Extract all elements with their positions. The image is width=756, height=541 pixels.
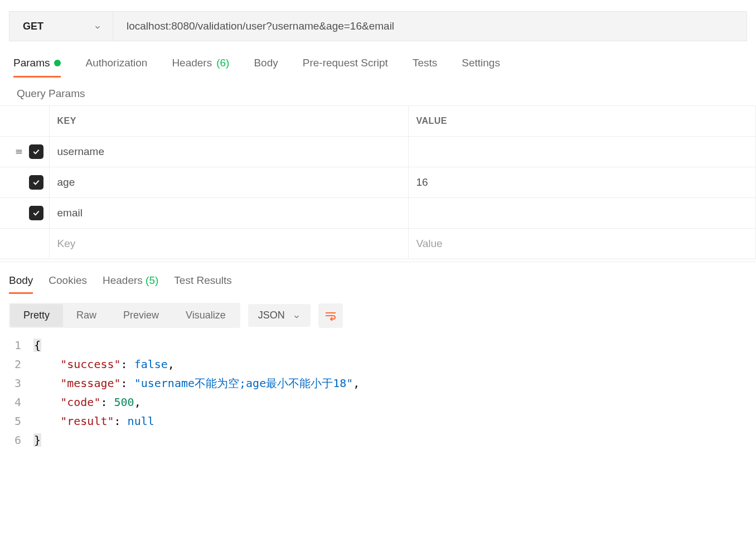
tab-body[interactable]: Body (254, 57, 278, 78)
response-format-select[interactable]: JSON (248, 304, 311, 327)
view-visualize[interactable]: Visualize (172, 304, 239, 327)
response-tabs: Body Cookies Headers (5) Test Results (0, 262, 756, 294)
json-brace: } (33, 433, 41, 447)
response-toolbar: Pretty Raw Preview Visualize JSON (0, 294, 756, 332)
wrap-icon (324, 309, 337, 322)
resp-headers-count: (5) (146, 274, 158, 286)
col-value-header: VALUE (408, 106, 756, 137)
http-method-label: GET (23, 21, 43, 32)
request-url-input[interactable] (113, 12, 747, 41)
tab-prerequest[interactable]: Pre-request Script (303, 57, 388, 78)
param-value-input[interactable] (416, 238, 748, 250)
wrap-lines-button[interactable] (318, 303, 343, 328)
json-key: "success" (60, 358, 120, 371)
resp-headers-label: Headers (103, 274, 143, 286)
json-bool: false (134, 358, 168, 371)
view-mode-group: Pretty Raw Preview Visualize (9, 303, 240, 328)
param-value-input[interactable] (416, 207, 748, 219)
line-number: 6 (9, 431, 33, 450)
http-method-select[interactable]: GET (9, 12, 113, 41)
table-row (0, 198, 756, 229)
col-handle (0, 106, 49, 137)
view-pretty[interactable]: Pretty (10, 304, 63, 327)
format-label: JSON (258, 310, 285, 321)
table-row (0, 137, 756, 167)
json-key: "result" (60, 414, 114, 428)
resp-tab-body[interactable]: Body (9, 274, 33, 294)
row-enable-checkbox[interactable] (29, 144, 43, 159)
line-number: 4 (9, 393, 33, 412)
resp-tab-testresults[interactable]: Test Results (174, 274, 231, 294)
param-key-input[interactable] (57, 176, 400, 189)
line-number: 3 (9, 374, 33, 393)
chevron-down-icon (94, 22, 101, 30)
json-key: "code" (60, 395, 100, 409)
params-active-dot-icon (54, 60, 61, 66)
json-number: 500 (114, 395, 134, 409)
headers-count: (6) (216, 57, 229, 69)
json-string: "username不能为空;age最小不能小于18" (134, 376, 353, 390)
tab-authorization[interactable]: Authorization (85, 57, 147, 78)
request-url-bar: GET (9, 11, 747, 41)
line-number: 5 (9, 412, 33, 431)
query-params-heading: Query Params (0, 78, 756, 105)
col-key-header: KEY (49, 106, 408, 137)
row-enable-checkbox[interactable] (29, 175, 43, 190)
row-enable-checkbox[interactable] (29, 206, 43, 220)
tab-headers[interactable]: Headers (6) (172, 57, 229, 78)
response-body[interactable]: 1 { 2 "success": false, 3 "message": "us… (0, 332, 756, 461)
tab-params-label: Params (13, 57, 50, 69)
tab-settings[interactable]: Settings (462, 57, 500, 78)
param-key-input[interactable] (57, 207, 400, 219)
param-value-input[interactable] (416, 176, 748, 189)
json-null: null (128, 414, 154, 428)
json-brace: { (33, 339, 41, 352)
json-key: "message" (60, 376, 120, 390)
resp-tab-cookies[interactable]: Cookies (49, 274, 87, 294)
param-key-input[interactable] (57, 146, 400, 158)
resp-tab-headers[interactable]: Headers (5) (103, 274, 158, 294)
line-number: 2 (9, 355, 33, 374)
drag-handle-icon[interactable] (14, 147, 23, 156)
view-preview[interactable]: Preview (110, 304, 172, 327)
view-raw[interactable]: Raw (63, 304, 110, 327)
table-row-new (0, 229, 756, 259)
tab-tests[interactable]: Tests (413, 57, 437, 78)
table-row (0, 167, 756, 198)
line-number: 1 (9, 336, 33, 355)
request-tabs: Params Authorization Headers (6) Body Pr… (0, 41, 756, 78)
tab-params[interactable]: Params (13, 57, 61, 78)
param-value-input[interactable] (416, 146, 748, 158)
tab-headers-label: Headers (172, 57, 212, 69)
chevron-down-icon (293, 312, 301, 320)
param-key-input[interactable] (57, 238, 400, 250)
query-params-table: KEY VALUE (0, 105, 756, 259)
